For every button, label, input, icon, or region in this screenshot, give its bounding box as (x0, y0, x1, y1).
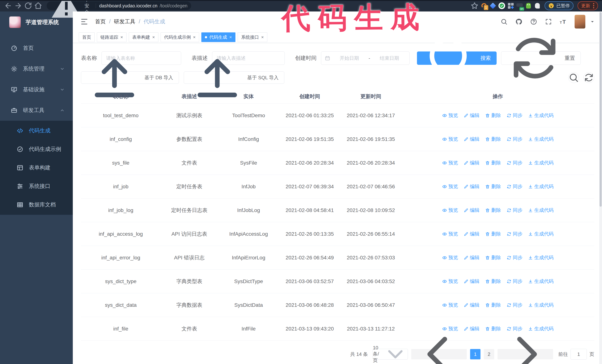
tab-close-icon[interactable]: × (261, 35, 264, 40)
preview-link[interactable]: 预览 (442, 302, 458, 308)
help-icon[interactable] (530, 18, 537, 25)
view-tab-3[interactable]: 代码生成示例 × (161, 32, 199, 42)
address-bar[interactable]: 不安全 dashboard.yudao.iocoder.cn/tool/code… (47, 1, 191, 10)
page-button-2[interactable]: 2 (484, 349, 494, 359)
sync-link[interactable]: 同步 (507, 254, 523, 261)
extension-dark[interactable]: on (516, 2, 523, 9)
extension-gem[interactable] (489, 2, 496, 9)
extension-grid[interactable] (507, 2, 514, 9)
sync-link[interactable]: 同步 (507, 207, 523, 213)
generate-code-link[interactable]: 生成代码 (528, 231, 554, 237)
sidebar-item-3[interactable]: 研发工具 (0, 100, 73, 121)
search-button[interactable]: 搜索 (417, 52, 497, 65)
view-tab-0[interactable]: 首页 (79, 32, 95, 42)
sidebar-toggle-button[interactable] (80, 18, 88, 26)
edit-link[interactable]: 编辑 (464, 112, 480, 119)
browser-reload-button[interactable] (24, 2, 32, 10)
profile-paused-pill[interactable]: 已暂停 (545, 1, 573, 10)
extension-ghost[interactable] (534, 2, 541, 9)
extension-droid[interactable] (525, 2, 532, 9)
view-tab-1[interactable]: 链路追踪 × (97, 32, 127, 42)
delete-link[interactable]: 删除 (485, 207, 501, 213)
breadcrumb-home[interactable]: 首页 (95, 18, 106, 25)
generate-code-link[interactable]: 生成代码 (528, 302, 554, 308)
view-tab-5[interactable]: 系统接口 × (238, 32, 267, 42)
edit-link[interactable]: 编辑 (464, 160, 480, 166)
chrome-menu-dots-icon[interactable] (593, 3, 594, 8)
import-sql-button[interactable]: 基于 SQL 导入 (184, 72, 285, 84)
sidebar-item-sub-2[interactable]: 表单构建 (0, 158, 73, 177)
browser-update-button[interactable]: 更新 (578, 1, 598, 10)
import-db-button[interactable]: 基于 DB 导入 (81, 72, 179, 84)
preview-link[interactable]: 预览 (442, 231, 458, 237)
tab-close-icon[interactable]: × (120, 35, 123, 40)
sidebar-item-sub-1[interactable]: 代码生成示例 (0, 140, 73, 158)
preview-link[interactable]: 预览 (442, 136, 458, 142)
delete-link[interactable]: 删除 (485, 302, 501, 308)
extension-check[interactable] (498, 2, 505, 9)
bookmark-star-button[interactable] (471, 2, 479, 10)
tab-close-icon[interactable]: × (229, 35, 232, 40)
generate-code-link[interactable]: 生成代码 (528, 160, 554, 166)
page-button-1[interactable]: 1 (470, 349, 481, 359)
breadcrumb-dev-tools[interactable]: 研发工具 (114, 18, 135, 25)
delete-link[interactable]: 删除 (485, 112, 501, 119)
edit-link[interactable]: 编辑 (464, 302, 480, 308)
sync-link[interactable]: 同步 (507, 112, 523, 119)
github-icon[interactable] (515, 18, 522, 25)
fullscreen-icon[interactable] (545, 18, 552, 25)
generate-code-link[interactable]: 生成代码 (528, 112, 554, 119)
sidebar-item-0[interactable]: 首页 (0, 38, 73, 59)
browser-back-button[interactable] (4, 2, 12, 10)
delete-link[interactable]: 删除 (485, 254, 501, 261)
generate-code-link[interactable]: 生成代码 (528, 183, 554, 190)
header-search-icon[interactable] (501, 18, 507, 25)
preview-link[interactable]: 预览 (442, 254, 458, 261)
tab-close-icon[interactable]: × (193, 35, 196, 40)
sync-link[interactable]: 同步 (507, 231, 523, 237)
prev-page-button[interactable] (411, 349, 467, 359)
sync-link[interactable]: 同步 (507, 136, 523, 142)
generate-code-link[interactable]: 生成代码 (528, 278, 554, 285)
sidebar-item-sub-4[interactable]: 数据库文档 (0, 196, 73, 214)
tab-close-icon[interactable]: × (152, 35, 155, 40)
avatar-caret-icon[interactable] (590, 20, 595, 24)
preview-link[interactable]: 预览 (442, 160, 458, 166)
edit-link[interactable]: 编辑 (464, 183, 480, 190)
refresh-table-button[interactable] (583, 72, 594, 83)
page-size-select[interactable]: 10条/页 (373, 349, 408, 360)
edit-link[interactable]: 编辑 (464, 254, 480, 261)
preview-link[interactable]: 预览 (442, 278, 458, 285)
edit-link[interactable]: 编辑 (464, 136, 480, 142)
preview-link[interactable]: 预览 (442, 112, 458, 119)
generate-code-link[interactable]: 生成代码 (528, 254, 554, 261)
edit-link[interactable]: 编辑 (464, 231, 480, 237)
goto-page-input[interactable] (570, 349, 587, 360)
extension-orange-ring[interactable]: 1 (481, 2, 487, 9)
font-size-icon[interactable]: TT (560, 18, 567, 25)
view-tab-4[interactable]: 代码生成 × (201, 32, 236, 42)
page-scrollbar[interactable] (599, 11, 602, 364)
delete-link[interactable]: 删除 (485, 136, 501, 142)
delete-link[interactable]: 删除 (485, 183, 501, 190)
sidebar-item-sub-0[interactable]: 代码生成 (0, 122, 73, 140)
date-range-picker[interactable]: 开始日期 - 结束日期 (321, 52, 409, 65)
sync-link[interactable]: 同步 (507, 278, 523, 285)
sync-link[interactable]: 同步 (507, 160, 523, 166)
edit-link[interactable]: 编辑 (464, 207, 480, 213)
generate-code-link[interactable]: 生成代码 (528, 136, 554, 142)
reset-button[interactable]: 重置 (501, 52, 581, 65)
generate-code-link[interactable]: 生成代码 (528, 207, 554, 213)
sidebar-item-sub-3[interactable]: 系统接口 (0, 177, 73, 196)
browser-forward-button[interactable] (14, 2, 22, 10)
browser-home-button[interactable] (34, 2, 42, 10)
view-tab-2[interactable]: 表单构建 × (129, 32, 158, 42)
delete-link[interactable]: 删除 (485, 278, 501, 285)
preview-link[interactable]: 预览 (442, 207, 458, 213)
toggle-search-button[interactable] (568, 72, 579, 83)
sidebar-item-2[interactable]: 基础设施 (0, 79, 73, 100)
sidebar-item-1[interactable]: 系统管理 (0, 59, 73, 79)
next-page-button[interactable] (497, 349, 553, 359)
preview-link[interactable]: 预览 (442, 183, 458, 190)
edit-link[interactable]: 编辑 (464, 278, 480, 285)
